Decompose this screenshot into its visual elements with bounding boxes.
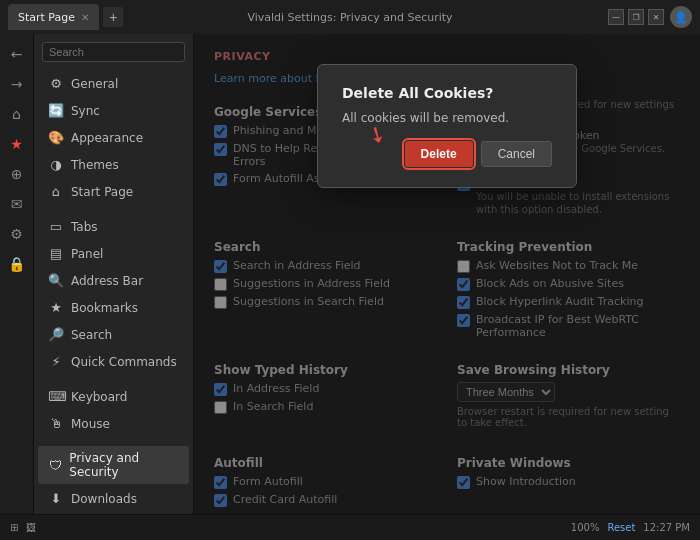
downloads-icon: ⬇	[48, 491, 64, 506]
keyboard-icon: ⌨	[48, 389, 64, 404]
security-icon[interactable]: 🔒	[3, 250, 31, 278]
sidebar-item-general[interactable]: ⚙ General	[38, 71, 189, 96]
sidebar-item-label: Themes	[71, 158, 119, 172]
sidebar-item-startpage[interactable]: ⌂ Start Page	[38, 179, 189, 204]
sidebar-item-label: Address Bar	[71, 274, 143, 288]
search-sidebar-icon: 🔎	[48, 327, 64, 342]
startpage-icon: ⌂	[48, 184, 64, 199]
themes-icon: ◑	[48, 157, 64, 172]
window-controls: — ❐ ✕	[608, 9, 664, 25]
sidebar-item-themes[interactable]: ◑ Themes	[38, 152, 189, 177]
sidebar-item-label: Tabs	[71, 220, 98, 234]
quickcommands-icon: ⚡	[48, 354, 64, 369]
sidebar-item-mouse[interactable]: 🖱 Mouse	[38, 411, 189, 436]
modal-title: Delete All Cookies?	[342, 85, 552, 101]
bookmarks-icon[interactable]: ★	[3, 130, 31, 158]
sidebar-item-addressbar[interactable]: 🔍 Address Bar	[38, 268, 189, 293]
sidebar-item-label: Privacy and Security	[69, 451, 179, 479]
activity-bar: ← → ⌂ ★ ⊕ ✉ ⚙ 🔒	[0, 34, 34, 514]
addressbar-icon: 🔍	[48, 273, 64, 288]
sidebar-item-downloads[interactable]: ⬇ Downloads	[38, 486, 189, 511]
sidebar-item-quickcommands[interactable]: ⚡ Quick Commands	[38, 349, 189, 374]
settings-icon[interactable]: ⚙	[3, 220, 31, 248]
main-layout: ← → ⌂ ★ ⊕ ✉ ⚙ 🔒 ⚙ General 🔄 Sync 🎨 Appea…	[0, 34, 700, 514]
sidebar-item-label: Search	[71, 328, 112, 342]
tab-label: Start Page	[18, 11, 75, 24]
privacy-icon: 🛡	[48, 458, 62, 473]
status-bar-right: 100% Reset 12:27 PM	[571, 522, 690, 533]
modal-overlay: ➘ Delete All Cookies? All cookies will b…	[194, 34, 700, 514]
sidebar-item-label: Keyboard	[71, 390, 127, 404]
sidebar-item-label: Downloads	[71, 492, 137, 506]
clock: 12:27 PM	[643, 522, 690, 533]
sidebar-item-search[interactable]: 🔎 Search	[38, 322, 189, 347]
bookmarks-sidebar-icon: ★	[48, 300, 64, 315]
panel-icon: ▤	[48, 246, 64, 261]
search-input[interactable]	[42, 42, 185, 62]
sidebar-item-webpages[interactable]: 🌐 Webpages	[38, 513, 189, 514]
sync-icon: 🔄	[48, 103, 64, 118]
content-area: PRIVACY Learn more about Privacy Google …	[194, 34, 700, 514]
general-icon: ⚙	[48, 76, 64, 91]
close-button[interactable]: ✕	[648, 9, 664, 25]
sidebar-item-panel[interactable]: ▤ Panel	[38, 241, 189, 266]
sidebar-item-bookmarks[interactable]: ★ Bookmarks	[38, 295, 189, 320]
sidebar-item-label: Panel	[71, 247, 103, 261]
sidebar-item-label: Bookmarks	[71, 301, 138, 315]
minimize-button[interactable]: —	[608, 9, 624, 25]
sidebar-item-privacy[interactable]: 🛡 Privacy and Security	[38, 446, 189, 484]
sidebar-item-appearance[interactable]: 🎨 Appearance	[38, 125, 189, 150]
profile-avatar[interactable]: 👤	[670, 6, 692, 28]
tab-close-icon[interactable]: ✕	[81, 12, 89, 23]
reset-label[interactable]: Reset	[607, 522, 635, 533]
title-bar: Start Page ✕ + Vivaldi Settings: Privacy…	[0, 0, 700, 34]
delete-button[interactable]: Delete	[405, 141, 473, 167]
cancel-button[interactable]: Cancel	[481, 141, 552, 167]
mouse-icon: 🖱	[48, 416, 64, 431]
new-tab-button[interactable]: +	[103, 7, 123, 27]
sidebar-item-label: Start Page	[71, 185, 133, 199]
sidebar-item-label: Appearance	[71, 131, 143, 145]
mail-icon[interactable]: ✉	[3, 190, 31, 218]
nav-forward-icon[interactable]: →	[3, 70, 31, 98]
sidebar-item-tabs[interactable]: ▭ Tabs	[38, 214, 189, 239]
window-title: Vivaldi Settings: Privacy and Security	[247, 11, 452, 24]
sidebar-item-label: Quick Commands	[71, 355, 177, 369]
statusbar-image-icon[interactable]: 🖼	[26, 522, 36, 533]
extensions-icon[interactable]: ⊕	[3, 160, 31, 188]
appearance-icon: 🎨	[48, 130, 64, 145]
delete-cookies-modal: Delete All Cookies? All cookies will be …	[317, 64, 577, 188]
restore-button[interactable]: ❐	[628, 9, 644, 25]
start-page-tab[interactable]: Start Page ✕	[8, 4, 99, 30]
status-bar-left: ⊞ 🖼	[10, 522, 36, 533]
sidebar-item-label: Mouse	[71, 417, 110, 431]
modal-buttons: Delete Cancel	[342, 141, 552, 167]
sidebar-item-label: Sync	[71, 104, 100, 118]
sidebar-item-label: General	[71, 77, 118, 91]
statusbar-grid-icon[interactable]: ⊞	[10, 522, 18, 533]
zoom-level: 100%	[571, 522, 600, 533]
sidebar-search-container	[34, 34, 193, 70]
sidebar: ⚙ General 🔄 Sync 🎨 Appearance ◑ Themes ⌂…	[34, 34, 194, 514]
sidebar-item-keyboard[interactable]: ⌨ Keyboard	[38, 384, 189, 409]
home-icon[interactable]: ⌂	[3, 100, 31, 128]
sidebar-item-sync[interactable]: 🔄 Sync	[38, 98, 189, 123]
modal-body: All cookies will be removed.	[342, 111, 552, 125]
tabs-icon: ▭	[48, 219, 64, 234]
nav-back-icon[interactable]: ←	[3, 40, 31, 68]
status-bar: ⊞ 🖼 100% Reset 12:27 PM	[0, 514, 700, 540]
